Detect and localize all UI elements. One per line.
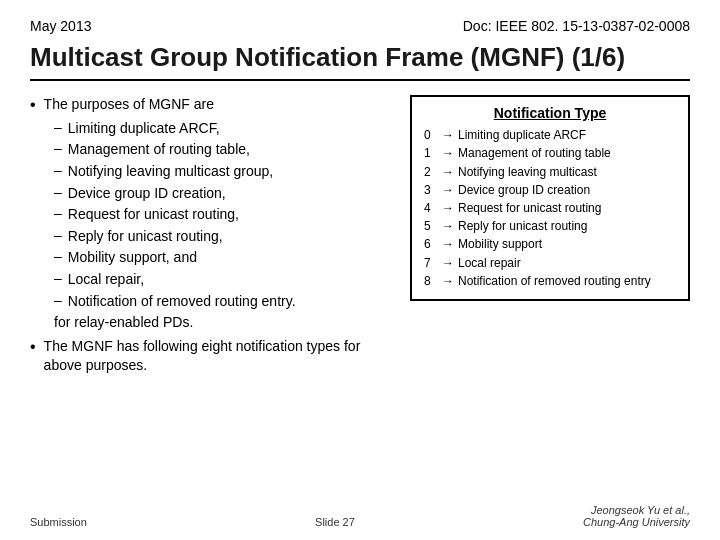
- dash-6: –: [54, 248, 62, 264]
- sub-text-5: Reply for unicast routing,: [68, 227, 223, 247]
- notif-num: 5: [424, 218, 438, 234]
- notif-desc: Notifying leaving multicast: [458, 164, 597, 180]
- notif-arrow: →: [442, 273, 454, 289]
- notif-desc: Limiting duplicate ARCF: [458, 127, 586, 143]
- sub-text-8: Notification of removed routing entry.: [68, 292, 296, 312]
- notif-desc: Local repair: [458, 255, 521, 271]
- notif-arrow: →: [442, 255, 454, 271]
- sub-text-0: Limiting duplicate ARCF,: [68, 119, 220, 139]
- sub-item-4: – Request for unicast routing,: [54, 205, 390, 225]
- dash-4: –: [54, 205, 62, 221]
- dash-2: –: [54, 162, 62, 178]
- notif-row: 2→Notifying leaving multicast: [424, 164, 676, 180]
- notification-type-box: Notification Type 0→Limiting duplicate A…: [410, 95, 690, 301]
- sub-item-7: – Local repair,: [54, 270, 390, 290]
- sub-item-0: – Limiting duplicate ARCF,: [54, 119, 390, 139]
- dash-1: –: [54, 140, 62, 156]
- slide-header: May 2013 Doc: IEEE 802. 15-13-0387-02-00…: [30, 18, 690, 34]
- notif-row: 5→Reply for unicast routing: [424, 218, 676, 234]
- notif-num: 6: [424, 236, 438, 252]
- notif-row: 7→Local repair: [424, 255, 676, 271]
- notif-row: 1→Management of routing table: [424, 145, 676, 161]
- footer-right: Jeongseok Yu et al., Chung-Ang Universit…: [583, 504, 690, 528]
- footer-right-line1: Jeongseok Yu et al.,: [591, 504, 690, 516]
- sub-list-1: – Limiting duplicate ARCF, – Management …: [54, 119, 390, 311]
- notification-type-title: Notification Type: [424, 105, 676, 121]
- notif-arrow: →: [442, 164, 454, 180]
- dash-8: –: [54, 292, 62, 308]
- bullet-2-text: The MGNF has following eight notificatio…: [44, 337, 390, 376]
- notif-arrow: →: [442, 145, 454, 161]
- notif-num: 0: [424, 127, 438, 143]
- header-right: Doc: IEEE 802. 15-13-0387-02-0008: [463, 18, 690, 34]
- bullet-1: • The purposes of MGNF are: [30, 95, 390, 115]
- sub-item-1: – Management of routing table,: [54, 140, 390, 160]
- sub-text-4: Request for unicast routing,: [68, 205, 239, 225]
- notif-desc: Request for unicast routing: [458, 200, 601, 216]
- right-column: Notification Type 0→Limiting duplicate A…: [410, 95, 690, 380]
- notif-arrow: →: [442, 200, 454, 216]
- notif-desc: Management of routing table: [458, 145, 611, 161]
- sub-item-5: – Reply for unicast routing,: [54, 227, 390, 247]
- sub-item-8: – Notification of removed routing entry.: [54, 292, 390, 312]
- notif-num: 2: [424, 164, 438, 180]
- notif-desc: Notification of removed routing entry: [458, 273, 651, 289]
- notif-arrow: →: [442, 127, 454, 143]
- sub-text-2: Notifying leaving multicast group,: [68, 162, 273, 182]
- bullet-2: • The MGNF has following eight notificat…: [30, 337, 390, 376]
- dash-7: –: [54, 270, 62, 286]
- sub-text-3: Device group ID creation,: [68, 184, 226, 204]
- notif-desc: Device group ID creation: [458, 182, 590, 198]
- sub-item-2: – Notifying leaving multicast group,: [54, 162, 390, 182]
- notif-num: 1: [424, 145, 438, 161]
- notif-num: 8: [424, 273, 438, 289]
- footer-right-line2: Chung-Ang University: [583, 516, 690, 528]
- notif-desc: Mobility support: [458, 236, 542, 252]
- notification-type-rows: 0→Limiting duplicate ARCF1→Management of…: [424, 127, 676, 289]
- slide: May 2013 Doc: IEEE 802. 15-13-0387-02-00…: [0, 0, 720, 540]
- header-left: May 2013: [30, 18, 91, 34]
- sub-item-6: – Mobility support, and: [54, 248, 390, 268]
- notif-row: 4→Request for unicast routing: [424, 200, 676, 216]
- left-column: • The purposes of MGNF are – Limiting du…: [30, 95, 390, 380]
- notif-arrow: →: [442, 182, 454, 198]
- notif-num: 7: [424, 255, 438, 271]
- footer-center: Slide 27: [87, 516, 583, 528]
- footer-left: Submission: [30, 516, 87, 528]
- slide-title: Multicast Group Notification Frame (MGNF…: [30, 42, 690, 81]
- sub-text-6: Mobility support, and: [68, 248, 197, 268]
- notif-row: 6→Mobility support: [424, 236, 676, 252]
- bullet-dot-1: •: [30, 97, 36, 113]
- notif-arrow: →: [442, 218, 454, 234]
- sub-text-7: Local repair,: [68, 270, 144, 290]
- dash-3: –: [54, 184, 62, 200]
- notif-row: 0→Limiting duplicate ARCF: [424, 127, 676, 143]
- notif-row: 8→Notification of removed routing entry: [424, 273, 676, 289]
- sub-text-1: Management of routing table,: [68, 140, 250, 160]
- dash-5: –: [54, 227, 62, 243]
- notif-num: 4: [424, 200, 438, 216]
- notif-row: 3→Device group ID creation: [424, 182, 676, 198]
- content-area: • The purposes of MGNF are – Limiting du…: [30, 95, 690, 380]
- relay-text: for relay-enabled PDs.: [54, 313, 390, 333]
- bullet-dot-2: •: [30, 339, 36, 355]
- bullet-1-text: The purposes of MGNF are: [44, 95, 214, 115]
- notif-num: 3: [424, 182, 438, 198]
- sub-item-3: – Device group ID creation,: [54, 184, 390, 204]
- footer: Submission Slide 27 Jeongseok Yu et al.,…: [30, 504, 690, 528]
- notif-desc: Reply for unicast routing: [458, 218, 587, 234]
- dash-0: –: [54, 119, 62, 135]
- notif-arrow: →: [442, 236, 454, 252]
